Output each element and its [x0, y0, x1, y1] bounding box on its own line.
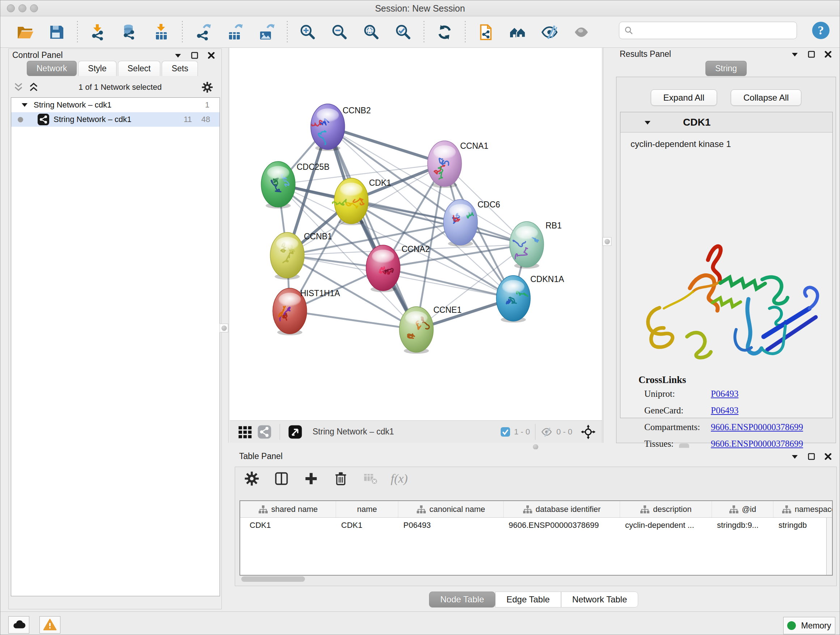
network-edge-CCNB2-CCNE1[interactable]	[328, 127, 416, 329]
search-input[interactable]	[619, 22, 797, 39]
crosslink-link[interactable]: 9606.ENSP00000378699	[711, 422, 803, 432]
network-node-CDC25B[interactable]	[261, 162, 295, 209]
zoom-out-button[interactable]	[330, 22, 350, 42]
network-edge-CCNE1-HIST1H1A[interactable]	[290, 311, 416, 329]
table-cell[interactable]: P06493	[398, 518, 504, 533]
zoom-fit-button[interactable]	[362, 22, 382, 42]
import-table-button[interactable]	[152, 22, 172, 42]
detach-view-button[interactable]	[287, 424, 303, 440]
selected-checkbox-icon[interactable]	[500, 427, 510, 437]
table-vertical-scrollbar[interactable]	[826, 518, 832, 575]
refresh-button[interactable]	[434, 22, 455, 42]
import-network-from-database-button[interactable]	[120, 22, 140, 42]
export-network-button[interactable]	[193, 22, 213, 42]
column-header-id[interactable]: @id	[712, 501, 774, 517]
horizontal-splitter-grip[interactable]	[533, 444, 538, 450]
network-edge-CCNA2-CDKN1A[interactable]	[383, 268, 513, 298]
network-node-CCNE1[interactable]	[399, 307, 433, 354]
gene-description: cyclin-dependent kinase 1	[630, 139, 832, 149]
cybrowser-button[interactable]	[476, 22, 496, 42]
crosslink-link[interactable]: P06493	[711, 389, 738, 399]
tab-select[interactable]: Select	[118, 61, 161, 76]
table-cell[interactable]: CDK1	[336, 518, 398, 533]
cdk1-entry-header[interactable]: CDK1	[621, 112, 832, 133]
hide-selected-button[interactable]	[539, 22, 560, 42]
table-horizontal-scrollbar[interactable]	[241, 576, 305, 582]
memory-button[interactable]: Memory	[783, 617, 835, 634]
help-button[interactable]: ?	[812, 21, 830, 40]
panel-menu-icon[interactable]	[174, 51, 182, 60]
network-tree-root-row[interactable]: String Network – cdk1 1	[11, 98, 219, 112]
string-view-button[interactable]	[256, 424, 272, 440]
crosslink-link[interactable]: P06493	[711, 405, 738, 416]
crosslink-link[interactable]: 9606.ENSP00000378699	[711, 439, 803, 449]
panel-close-icon[interactable]	[824, 452, 832, 461]
column-tree-icon	[782, 505, 791, 514]
zoom-selected-button[interactable]	[393, 22, 414, 42]
tab-network-table[interactable]: Network Table	[561, 592, 638, 608]
delete-table-button[interactable]	[361, 469, 380, 488]
open-session-button[interactable]	[15, 22, 35, 42]
section-collapse-icon[interactable]	[643, 118, 652, 127]
create-column-button[interactable]	[302, 469, 321, 488]
table-cell[interactable]: cyclin-dependent ...	[620, 518, 712, 533]
panel-close-icon[interactable]	[824, 50, 832, 59]
network-node-CCNA1[interactable]	[428, 141, 462, 188]
function-builder-button[interactable]: f(x)	[391, 469, 408, 488]
expand-all-button[interactable]: Expand All	[651, 89, 717, 106]
column-header-databaseidentifier[interactable]: database identifier	[504, 501, 620, 517]
panel-close-icon[interactable]	[207, 51, 216, 60]
tab-style[interactable]: Style	[78, 61, 116, 76]
table-cell[interactable]: 9606.ENSP00000378699	[504, 518, 620, 533]
import-network-from-file-button[interactable]	[88, 22, 108, 42]
tab-node-table[interactable]: Node Table	[429, 592, 495, 608]
table-cell[interactable]: CDK1	[240, 518, 336, 533]
table-cell[interactable]: stringdb:9...	[712, 518, 774, 533]
home-button[interactable]	[508, 22, 528, 42]
tree-expander-icon[interactable]	[21, 101, 28, 109]
column-header-canonicalname[interactable]: canonical name	[398, 501, 504, 517]
network-node-CCNB2[interactable]	[311, 104, 345, 151]
table-row[interactable]: CDK1CDK1P064939606.ENSP00000378699cyclin…	[240, 518, 832, 533]
delete-column-button[interactable]	[332, 469, 350, 488]
panel-menu-icon[interactable]	[790, 50, 799, 59]
zoom-in-button[interactable]	[298, 22, 318, 42]
tab-sets[interactable]: Sets	[162, 61, 198, 76]
results-scroll-nub[interactable]	[679, 443, 689, 448]
export-image-button[interactable]	[256, 22, 277, 42]
column-header-sharedname[interactable]: shared name	[240, 501, 336, 517]
network-view-canvas[interactable]: CCNB2CCNA1CDC25BCDK1CDC6RB1CCNB1CCNA2CDK…	[230, 48, 602, 420]
expand-all-networks-icon[interactable]	[28, 82, 39, 93]
table-options-button[interactable]	[242, 469, 261, 488]
network-tree-item-row[interactable]: String Network – cdk1 11 48	[11, 112, 219, 127]
panel-menu-icon[interactable]	[790, 452, 799, 461]
right-splitter-grip[interactable]	[603, 237, 611, 246]
tab-network[interactable]: Network	[27, 61, 77, 76]
warnings-button[interactable]	[39, 616, 60, 633]
tab-string[interactable]: String	[706, 61, 747, 76]
network-options-gear-icon[interactable]	[201, 81, 213, 93]
birdseye-toggle-button[interactable]	[580, 424, 596, 440]
left-splitter-grip[interactable]	[219, 324, 228, 333]
cloud-button[interactable]	[8, 616, 29, 633]
collapse-all-button[interactable]: Collapse All	[731, 89, 801, 106]
column-header-name[interactable]: name	[336, 501, 398, 517]
grid-view-button[interactable]	[237, 424, 253, 440]
network-node-CCNB1[interactable]	[270, 233, 304, 279]
column-header-description[interactable]: description	[620, 501, 712, 517]
network-node-RB1[interactable]	[510, 222, 544, 269]
collapse-all-networks-icon[interactable]	[13, 82, 24, 93]
tab-edge-table[interactable]: Edge Table	[495, 592, 561, 608]
export-table-button[interactable]	[225, 22, 245, 42]
save-session-button[interactable]	[47, 22, 67, 42]
show-column-button[interactable]	[272, 469, 291, 488]
panel-float-icon[interactable]	[190, 51, 199, 60]
panel-float-icon[interactable]	[807, 50, 816, 59]
network-node-CDKN1A[interactable]	[496, 276, 531, 323]
network-node-count: 11	[184, 115, 192, 124]
column-header-namespace[interactable]: namespace	[774, 501, 833, 517]
left-splitter[interactable]	[228, 48, 229, 443]
panel-float-icon[interactable]	[807, 452, 816, 461]
table-cell[interactable]: stringdb	[774, 518, 833, 533]
network-edge-CCNB2-CCNA1[interactable]	[328, 127, 445, 164]
